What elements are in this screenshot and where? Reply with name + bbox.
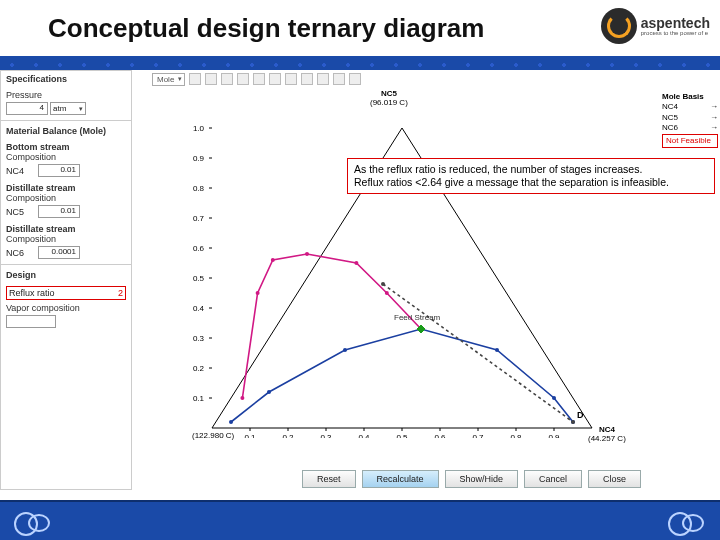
chevron-down-icon: ▾: [79, 105, 85, 113]
legend-row: NC4→: [662, 102, 718, 112]
ternary-plot: 0.10.20.30.40.50.60.70.80.91.00.10.20.30…: [172, 98, 602, 438]
legend: Mole Basis NC4→ NC5→ NC6→ Not Feasible: [662, 92, 718, 148]
svg-point-48: [271, 258, 275, 262]
tool-icon[interactable]: [333, 73, 345, 85]
annotation-callout: As the reflux ratio is reduced, the numb…: [347, 158, 715, 194]
svg-point-50: [354, 261, 358, 265]
reflux-ratio-field[interactable]: Reflux ratio 2: [6, 286, 126, 300]
composition-label-2: Composition: [6, 193, 126, 203]
composition-label-3: Composition: [6, 234, 126, 244]
showhide-button[interactable]: Show/Hide: [445, 470, 519, 488]
tool-icon[interactable]: [349, 73, 361, 85]
distillate-comp2-name: NC6: [6, 248, 36, 258]
tool-icon[interactable]: [269, 73, 281, 85]
svg-text:0.4: 0.4: [358, 433, 370, 438]
main-area: Specifications Pressure 4 atm▾ Material …: [0, 70, 720, 490]
svg-text:0.8: 0.8: [193, 184, 205, 193]
svg-point-54: [571, 420, 575, 424]
bottom-comp-input[interactable]: 0.01: [38, 164, 80, 177]
svg-point-44: [552, 396, 556, 400]
reflux-value: 2: [118, 288, 123, 298]
annotation-line2: Reflux ratios <2.64 give a message that …: [354, 176, 708, 189]
svg-point-39: [229, 420, 233, 424]
svg-text:0.5: 0.5: [396, 433, 408, 438]
tool-icon[interactable]: [205, 73, 217, 85]
decorative-bar: [0, 60, 720, 70]
reset-button[interactable]: Reset: [302, 470, 356, 488]
recalculate-button[interactable]: Recalculate: [362, 470, 439, 488]
svg-text:0.7: 0.7: [472, 433, 484, 438]
apex-left-temp: (122.980 C): [192, 432, 234, 441]
svg-text:0.9: 0.9: [548, 433, 560, 438]
svg-text:0.3: 0.3: [320, 433, 332, 438]
annotation-line1: As the reflux ratio is reduced, the numb…: [354, 163, 708, 176]
vapor-comp-label: Vapor composition: [6, 303, 126, 313]
distillate-stream-label: Distillate stream: [6, 183, 126, 193]
design-heading: Design: [6, 270, 126, 280]
bottom-stream-label: Bottom stream: [6, 142, 126, 152]
svg-text:0.2: 0.2: [282, 433, 294, 438]
apex-top: NC5 (96.019 C): [370, 90, 408, 108]
plot-area: Mole Mole Basis NC4→ NC5→ NC6→ Not Feasi…: [132, 70, 720, 490]
svg-text:0.6: 0.6: [193, 244, 205, 253]
cloud-icon: [666, 510, 708, 534]
svg-text:0.1: 0.1: [244, 433, 256, 438]
feasibility-badge: Not Feasible: [662, 134, 718, 148]
tool-icon[interactable]: [301, 73, 313, 85]
tool-icon[interactable]: [285, 73, 297, 85]
close-button[interactable]: Close: [588, 470, 641, 488]
pressure-label: Pressure: [6, 90, 126, 100]
pressure-unit-dropdown[interactable]: atm▾: [50, 102, 86, 115]
bottom-comp-name: NC4: [6, 166, 36, 176]
title-bar: Conceptual design ternary diagram aspent…: [0, 0, 720, 60]
button-row: Reset Recalculate Show/Hide Cancel Close: [302, 470, 641, 488]
plot-toolbar: Mole: [132, 70, 660, 88]
svg-point-51: [385, 291, 389, 295]
vapor-comp-input[interactable]: [6, 315, 56, 328]
unit-dropdown[interactable]: Mole: [152, 73, 185, 86]
svg-text:0.9: 0.9: [193, 154, 205, 163]
left-panel: Specifications Pressure 4 atm▾ Material …: [0, 70, 132, 490]
logo-brand: aspentech: [641, 16, 710, 30]
svg-point-46: [240, 396, 244, 400]
legend-row: NC6→: [662, 123, 718, 133]
tool-icon[interactable]: [221, 73, 233, 85]
tool-icon[interactable]: [317, 73, 329, 85]
svg-text:0.7: 0.7: [193, 214, 205, 223]
svg-text:0.8: 0.8: [510, 433, 522, 438]
footer-bar: [0, 500, 720, 540]
legend-basis: Mole Basis: [662, 92, 718, 102]
tool-icon[interactable]: [189, 73, 201, 85]
svg-text:D: D: [577, 410, 584, 420]
svg-point-53: [381, 282, 385, 286]
logo-tagline: process to the power of e: [641, 30, 710, 36]
brand-logo: aspentech process to the power of e: [601, 8, 710, 44]
svg-text:1.0: 1.0: [193, 124, 205, 133]
distillate-comp-name: NC5: [6, 207, 36, 217]
reflux-label: Reflux ratio: [9, 288, 55, 298]
svg-point-40: [267, 390, 271, 394]
feed-stream-label: Feed Stream: [394, 314, 440, 323]
specifications-heading: Specifications: [6, 74, 126, 84]
distillate-comp-input[interactable]: 0.01: [38, 205, 80, 218]
page-title: Conceptual design ternary diagram: [48, 13, 484, 44]
composition-label-1: Composition: [6, 152, 126, 162]
svg-text:0.5: 0.5: [193, 274, 205, 283]
tool-icon[interactable]: [237, 73, 249, 85]
svg-point-49: [305, 252, 309, 256]
tool-icon[interactable]: [253, 73, 265, 85]
swirl-icon: [607, 14, 631, 38]
pressure-input[interactable]: 4: [6, 102, 48, 115]
svg-text:0.2: 0.2: [193, 364, 205, 373]
svg-text:0.4: 0.4: [193, 304, 205, 313]
material-balance-heading: Material Balance (Mole): [6, 126, 126, 136]
distillate-stream2-label: Distillate stream: [6, 224, 126, 234]
svg-point-43: [495, 348, 499, 352]
svg-point-47: [256, 291, 260, 295]
apex-right: NC4 (44.257 C): [588, 426, 626, 444]
distillate-comp2-input[interactable]: 0.0001: [38, 246, 80, 259]
svg-text:0.1: 0.1: [193, 394, 205, 403]
cancel-button[interactable]: Cancel: [524, 470, 582, 488]
svg-point-41: [343, 348, 347, 352]
svg-text:0.6: 0.6: [434, 433, 446, 438]
